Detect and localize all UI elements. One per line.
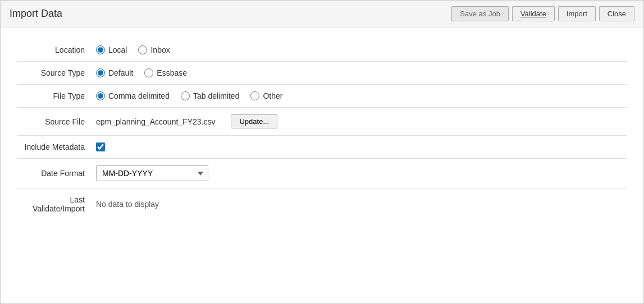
source-file-controls: epm_planning_Account_FY23.csv Update... — [96, 114, 277, 128]
source-file-value: epm_planning_Account_FY23.csv — [96, 117, 215, 126]
update-button[interactable]: Update... — [231, 114, 277, 128]
file-type-other-radio[interactable] — [250, 91, 259, 100]
file-type-row: File Type Comma delimited Tab delimited … — [17, 85, 627, 108]
last-validate-row: Last Validate/Import No data to display — [17, 188, 627, 220]
dialog-title: Import Data — [10, 8, 62, 20]
location-local-option[interactable]: Local — [96, 45, 127, 54]
dialog-header: Import Data Save as Job Validate Import … — [1, 1, 643, 27]
location-controls: Local Inbox — [96, 45, 170, 54]
file-type-label: File Type — [17, 91, 96, 100]
file-type-other-option[interactable]: Other — [250, 91, 282, 100]
save-as-job-button[interactable]: Save as Job — [451, 6, 509, 21]
close-button[interactable]: Close — [599, 6, 634, 21]
import-dialog: Import Data Save as Job Validate Import … — [0, 0, 644, 304]
source-type-essbase-option[interactable]: Essbase — [144, 68, 187, 77]
file-type-comma-label: Comma delimited — [108, 91, 170, 100]
source-type-default-option[interactable]: Default — [96, 68, 133, 77]
last-validate-label: Last Validate/Import — [17, 195, 96, 213]
location-row: Location Local Inbox — [17, 39, 627, 62]
file-type-tab-option[interactable]: Tab delimited — [181, 91, 240, 100]
validate-button[interactable]: Validate — [512, 6, 555, 21]
include-metadata-checkbox[interactable] — [96, 142, 105, 151]
date-format-row: Date Format MM-DD-YYYY DD-MM-YYYY YYYY-M… — [17, 159, 627, 188]
source-file-label: Source File — [17, 117, 96, 126]
last-validate-controls: No data to display — [96, 200, 159, 209]
include-metadata-controls — [96, 142, 105, 151]
date-format-controls: MM-DD-YYYY DD-MM-YYYY YYYY-MM-DD — [96, 165, 208, 181]
source-type-default-label: Default — [108, 68, 133, 77]
include-metadata-label: Include Metadata — [17, 142, 96, 151]
import-button[interactable]: Import — [558, 6, 596, 21]
date-format-label: Date Format — [17, 169, 96, 178]
source-type-essbase-label: Essbase — [157, 68, 187, 77]
source-type-label: Source Type — [17, 68, 96, 77]
file-type-other-label: Other — [263, 91, 282, 100]
source-file-row: Source File epm_planning_Account_FY23.cs… — [17, 108, 627, 136]
file-type-controls: Comma delimited Tab delimited Other — [96, 91, 282, 100]
file-type-comma-radio[interactable] — [96, 91, 105, 100]
location-inbox-label: Inbox — [150, 45, 170, 54]
location-inbox-option[interactable]: Inbox — [138, 45, 170, 54]
dialog-body: Location Local Inbox Source Type Default — [1, 27, 643, 303]
location-local-radio[interactable] — [96, 45, 105, 54]
include-metadata-option[interactable] — [96, 142, 105, 151]
header-buttons: Save as Job Validate Import Close — [451, 6, 634, 21]
source-type-default-radio[interactable] — [96, 68, 105, 77]
include-metadata-row: Include Metadata — [17, 136, 627, 159]
source-type-row: Source Type Default Essbase — [17, 62, 627, 85]
last-validate-value: No data to display — [96, 200, 159, 209]
source-type-controls: Default Essbase — [96, 68, 187, 77]
date-format-select[interactable]: MM-DD-YYYY DD-MM-YYYY YYYY-MM-DD — [96, 165, 208, 181]
location-local-label: Local — [108, 45, 127, 54]
location-label: Location — [17, 45, 96, 54]
file-type-tab-radio[interactable] — [181, 91, 190, 100]
file-type-comma-option[interactable]: Comma delimited — [96, 91, 170, 100]
file-type-tab-label: Tab delimited — [193, 91, 240, 100]
source-type-essbase-radio[interactable] — [144, 68, 153, 77]
location-inbox-radio[interactable] — [138, 45, 147, 54]
